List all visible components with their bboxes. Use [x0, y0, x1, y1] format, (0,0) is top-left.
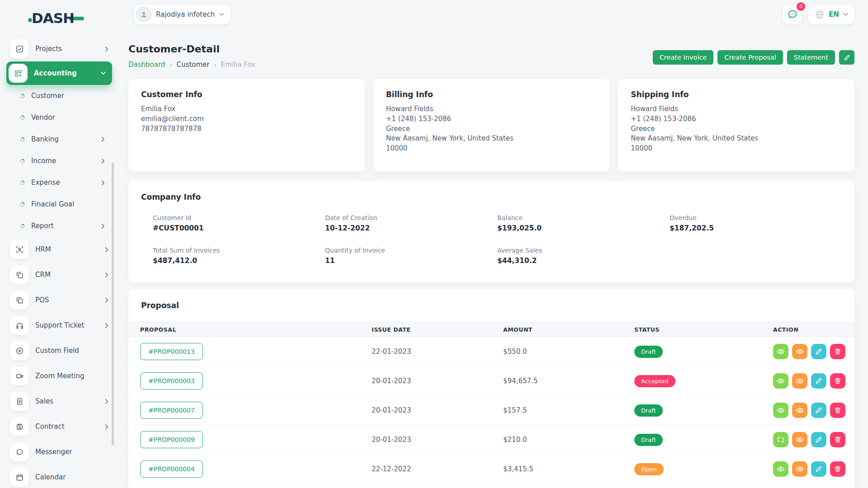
sidebar-item-vendor[interactable]: Vendor: [6, 107, 112, 128]
sidebar-item-customer[interactable]: Customer: [6, 85, 112, 107]
sidebar-item-finacial-goal[interactable]: Finacial Goal: [6, 193, 112, 215]
sidebar-item-messenger[interactable]: Messenger: [6, 439, 112, 465]
sidebar-item-hrm[interactable]: HRM: [6, 237, 112, 262]
notifications-button[interactable]: 0: [783, 5, 802, 24]
sidebar-item-report[interactable]: Report: [6, 215, 112, 237]
field-average-sales: Average Sales $44,310.2: [497, 247, 670, 265]
status-badge: Draft: [634, 404, 663, 417]
proposal-id-link[interactable]: #PROP000013: [140, 343, 203, 360]
eye-icon: [796, 406, 804, 414]
breadcrumb-customer[interactable]: Customer: [177, 61, 210, 69]
view-button[interactable]: [773, 403, 788, 418]
edit-button[interactable]: [811, 373, 826, 389]
sidebar-item-income[interactable]: Income: [6, 150, 112, 172]
billing-country: Greece: [386, 124, 597, 134]
workspace-selector[interactable]: Rajodiya infotech: [134, 5, 231, 24]
eye-icon: [777, 406, 785, 414]
checkbox-icon: [10, 39, 29, 58]
preview-button[interactable]: [792, 403, 807, 418]
chevron-right-icon: [105, 298, 108, 303]
customer-email: emilia@client.com: [141, 114, 352, 124]
card-title: Company Info: [141, 192, 842, 202]
chat-bubble-icon: [787, 9, 798, 20]
donut-icon: [20, 202, 25, 207]
shipping-country: Greece: [631, 124, 842, 134]
language-selector[interactable]: EN: [808, 5, 854, 24]
convert-button[interactable]: [773, 432, 788, 447]
preview-button[interactable]: [792, 373, 807, 389]
user-scan-icon: [10, 240, 29, 259]
sidebar-item-banking[interactable]: Banking: [6, 128, 112, 150]
sidebar-item-crm[interactable]: CRM: [6, 262, 112, 287]
chevron-right-icon: [101, 180, 105, 185]
eye-icon: [796, 377, 804, 385]
sidebar-item-accounting[interactable]: Accounting: [6, 61, 112, 85]
breadcrumb-separator: ›: [214, 61, 216, 68]
delete-button[interactable]: [830, 373, 845, 389]
delete-button[interactable]: [830, 344, 845, 359]
sidebar-item-projects[interactable]: Projects: [6, 38, 112, 60]
pencil-icon: [843, 54, 851, 61]
card-title: Customer Info: [141, 90, 352, 99]
app-logo[interactable]: DASH: [32, 10, 84, 26]
grid-plus-icon: [9, 64, 28, 83]
sidebar-item-support-ticket[interactable]: Support Ticket: [6, 313, 112, 338]
status-badge: Draft: [634, 346, 663, 358]
sidebar-item-contract[interactable]: Contract: [6, 414, 112, 439]
proposal-id-link[interactable]: #PROP000003: [140, 372, 203, 389]
preview-button[interactable]: [792, 461, 807, 477]
billing-name: Howard Fields: [386, 104, 597, 114]
sidebar-item-expense[interactable]: Expense: [6, 172, 112, 193]
proposal-id-link[interactable]: #PROP000007: [140, 402, 203, 419]
edit-customer-button[interactable]: [839, 50, 854, 65]
create-invoice-button[interactable]: Create Invoice: [653, 50, 714, 65]
logo-dot-icon: [28, 18, 32, 22]
sidebar-item-pos[interactable]: POS: [6, 287, 112, 313]
floppy-icon: [10, 417, 29, 436]
chevron-right-icon: [101, 137, 105, 142]
eye-icon: [777, 465, 785, 473]
chevron-right-icon: [105, 323, 108, 328]
sidebar-scrollbar[interactable]: [112, 163, 114, 445]
field-date-of-creation: Date of Creation 10-12-2022: [325, 214, 497, 232]
table-row: #PROP000009 20-01-2023 $210.0 Draft: [128, 425, 854, 455]
notification-count-badge: 0: [797, 2, 805, 11]
proposal-title: Proposal: [128, 301, 854, 310]
breadcrumb-dashboard[interactable]: Dashboard: [128, 61, 165, 69]
pencil-icon: [815, 406, 823, 414]
donut-icon: [20, 115, 25, 120]
video-camera-icon: [10, 366, 29, 385]
chevron-right-icon: [105, 424, 108, 429]
breadcrumb-current: Emilia Fox: [221, 61, 255, 69]
edit-button[interactable]: [811, 403, 826, 418]
edit-button[interactable]: [811, 344, 826, 359]
table-row: #PROP000003 20-01-2023 $94,657.5 Accepte…: [128, 366, 854, 396]
trash-icon: [834, 377, 842, 385]
accounting-submenu: Customer Vendor Banking Income Expense F…: [6, 85, 112, 237]
issue-date: 20-01-2023: [372, 436, 503, 444]
proposal-id-link[interactable]: #PROP000009: [140, 431, 203, 448]
view-button[interactable]: [773, 461, 788, 477]
sidebar-item-zoom-meeting[interactable]: Zoom Meeting: [6, 363, 112, 389]
create-proposal-button[interactable]: Create Proposal: [717, 50, 783, 65]
proposal-id-link[interactable]: #PROP000004: [140, 460, 203, 478]
globe-icon: [815, 9, 825, 19]
sidebar-item-sales[interactable]: Sales: [6, 389, 112, 414]
sidebar-item-calendar[interactable]: Calendar: [6, 465, 112, 488]
view-button[interactable]: [773, 373, 788, 389]
eye-icon: [777, 347, 785, 356]
amount: $157.5: [503, 406, 634, 414]
preview-button[interactable]: [792, 344, 807, 359]
delete-button[interactable]: [830, 403, 845, 418]
chevron-down-icon: [843, 13, 848, 16]
delete-button[interactable]: [830, 432, 845, 447]
sidebar-item-custom-field[interactable]: Custom Field: [6, 338, 112, 363]
edit-button[interactable]: [811, 432, 826, 447]
chevron-right-icon: [101, 159, 105, 164]
statement-button[interactable]: Statement: [787, 50, 835, 65]
view-button[interactable]: [773, 344, 788, 359]
delete-button[interactable]: [830, 461, 845, 477]
preview-button[interactable]: [792, 432, 807, 447]
customer-phone: 78787878787878: [141, 124, 352, 134]
edit-button[interactable]: [811, 461, 826, 477]
